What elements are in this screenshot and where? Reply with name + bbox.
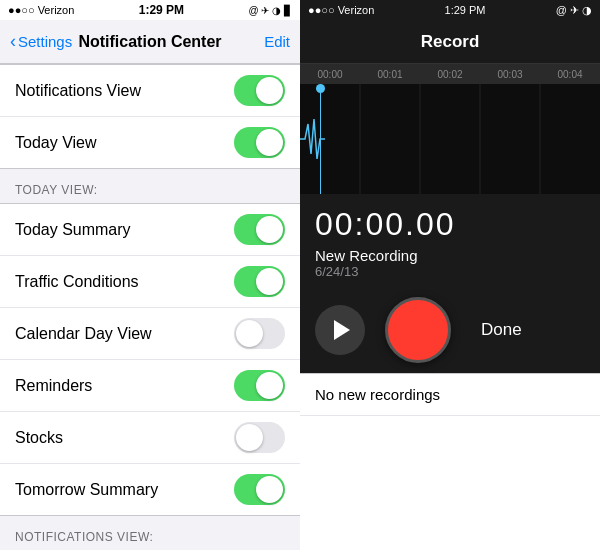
tomorrow-summary-label: Tomorrow Summary xyxy=(15,481,158,499)
tick-3: 00:03 xyxy=(480,69,540,80)
reminders-label: Reminders xyxy=(15,377,92,395)
tomorrow-summary-row: Tomorrow Summary xyxy=(0,464,300,515)
right-icons: @ ✈ ◑ xyxy=(556,4,592,17)
tick-0: 00:00 xyxy=(300,69,360,80)
done-button[interactable]: Done xyxy=(481,320,522,340)
today-view-row: Today View xyxy=(0,117,300,168)
empty-recordings-message: No new recordings xyxy=(300,374,600,416)
waveform-area: 00:00 00:01 00:02 00:03 00:04 xyxy=(300,64,600,194)
notifications-view-label: Notifications View xyxy=(15,82,141,100)
left-carrier: ●●○○ Verizon xyxy=(8,4,74,16)
today-view-label: Today View xyxy=(15,134,97,152)
traffic-conditions-toggle[interactable] xyxy=(234,266,285,297)
recordings-list: No new recordings xyxy=(300,373,600,550)
controls-area: Done xyxy=(300,287,600,373)
record-button[interactable] xyxy=(385,297,451,363)
left-status-bar: ●●○○ Verizon 1:29 PM @ ✈ ◑ ▊ xyxy=(0,0,300,20)
notifications-view-section-header: NOTIFICATIONS VIEW: xyxy=(0,516,300,550)
today-summary-toggle[interactable] xyxy=(234,214,285,245)
notifications-view-row: Notifications View xyxy=(0,65,300,117)
record-title: Record xyxy=(421,32,480,52)
notifications-view-section: NOTIFICATIONS VIEW: Sort Manually ✓ xyxy=(0,516,300,550)
calendar-day-view-toggle[interactable] xyxy=(234,318,285,349)
left-icons: @ ✈ ◑ ▊ xyxy=(249,5,293,16)
right-status-bar: ●●○○ Verizon 1:29 PM @ ✈ ◑ xyxy=(300,0,600,20)
time-display: 00:00.00 xyxy=(315,206,585,243)
stocks-toggle[interactable] xyxy=(234,422,285,453)
today-view-group: Today Summary Traffic Conditions Calenda… xyxy=(0,203,300,516)
stocks-row: Stocks xyxy=(0,412,300,464)
tick-4: 00:04 xyxy=(540,69,600,80)
today-view-section: TODAY VIEW: Today Summary Traffic Condit… xyxy=(0,169,300,516)
recording-date: 6/24/13 xyxy=(315,264,585,279)
right-time: 1:29 PM xyxy=(445,4,486,16)
edit-button[interactable]: Edit xyxy=(264,33,290,50)
calendar-day-view-label: Calendar Day View xyxy=(15,325,152,343)
play-button[interactable] xyxy=(315,305,365,355)
waveform-content xyxy=(300,84,600,194)
back-label: Settings xyxy=(18,33,72,50)
tick-1: 00:01 xyxy=(360,69,420,80)
tomorrow-summary-toggle[interactable] xyxy=(234,474,285,505)
left-nav-bar: ‹ Settings Notification Center Edit xyxy=(0,20,300,64)
stocks-label: Stocks xyxy=(15,429,63,447)
waveform-svg xyxy=(300,84,600,194)
playhead-dot xyxy=(316,84,325,93)
traffic-conditions-label: Traffic Conditions xyxy=(15,273,139,291)
today-summary-row: Today Summary xyxy=(0,204,300,256)
reminders-row: Reminders xyxy=(0,360,300,412)
right-panel: ●●○○ Verizon 1:29 PM @ ✈ ◑ Record 00:00 … xyxy=(300,0,600,550)
play-icon xyxy=(334,320,350,340)
tick-2: 00:02 xyxy=(420,69,480,80)
today-view-toggle[interactable] xyxy=(234,127,285,158)
recording-name: New Recording xyxy=(315,247,585,264)
left-time: 1:29 PM xyxy=(139,3,184,17)
calendar-day-view-row: Calendar Day View xyxy=(0,308,300,360)
back-button[interactable]: ‹ Settings xyxy=(10,31,72,52)
top-toggles-group: Notifications View Today View xyxy=(0,64,300,169)
right-nav-bar: Record xyxy=(300,20,600,64)
settings-list: Notifications View Today View TODAY VIEW… xyxy=(0,64,300,550)
notifications-view-toggle[interactable] xyxy=(234,75,285,106)
traffic-conditions-row: Traffic Conditions xyxy=(0,256,300,308)
left-panel: ●●○○ Verizon 1:29 PM @ ✈ ◑ ▊ ‹ Settings … xyxy=(0,0,300,550)
timeline-ruler: 00:00 00:01 00:02 00:03 00:04 xyxy=(300,64,600,84)
nav-title: Notification Center xyxy=(78,33,221,51)
chevron-left-icon: ‹ xyxy=(10,31,16,52)
reminders-toggle[interactable] xyxy=(234,370,285,401)
info-area: 00:00.00 New Recording 6/24/13 xyxy=(300,194,600,287)
playhead-line xyxy=(320,84,321,194)
today-summary-label: Today Summary xyxy=(15,221,131,239)
today-view-section-header: TODAY VIEW: xyxy=(0,169,300,203)
right-carrier: ●●○○ Verizon xyxy=(308,4,374,16)
